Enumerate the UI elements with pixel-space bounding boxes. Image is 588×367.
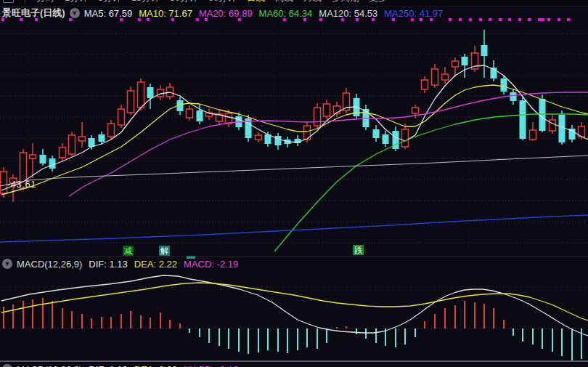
macd-header-2: ▼ MACD(12,26,9)DIF: 1.13DEA: 2.22MACD: -… bbox=[0, 363, 588, 367]
stock-chart-window: | 分时1分钟5分钟15分钟30分钟60分钟日线周线月线多周期更多▾ 景旺电子(… bbox=[0, 0, 588, 367]
event-badge-减: 减 bbox=[123, 246, 134, 256]
second-macd-panel: ▼ MACD(12,26,9)DIF: 1.13DEA: 2.22MACD: -… bbox=[0, 361, 588, 367]
macd-header-segment: DIF: 1.13 bbox=[89, 259, 127, 270]
macd-header-segment: MACD(12,26,9) bbox=[17, 259, 82, 270]
event-badge-跌: 跌 bbox=[353, 245, 364, 255]
macd-header-segment: MACD: -2.19 bbox=[184, 259, 238, 270]
macd-header-segment: DEA: 2.22 bbox=[134, 259, 177, 270]
chart-canvas[interactable] bbox=[0, 0, 588, 367]
chevron-down-icon[interactable]: ▼ bbox=[2, 259, 12, 269]
macd-values: MACD(12,26,9)DIF: 1.13DEA: 2.22MACD: -2.… bbox=[17, 259, 245, 270]
chevron-down-icon[interactable]: ▼ bbox=[2, 364, 12, 367]
price-axis-label: -43.61 bbox=[7, 179, 36, 190]
macd-values-2: MACD(12,26,9)DIF: 1.13DEA: 2.22MACD: -2.… bbox=[17, 364, 245, 367]
macd-header-segment: MACD: -2.19 bbox=[184, 364, 238, 367]
macd-header-segment: DEA: 2.22 bbox=[134, 364, 177, 367]
event-badge-解: 解 bbox=[159, 246, 170, 256]
macd-header: ▼ MACD(12,26,9)DIF: 1.13DEA: 2.22MACD: -… bbox=[0, 257, 588, 270]
macd-header-segment: MACD(12,26,9) bbox=[17, 364, 82, 367]
macd-header-segment: DIF: 1.13 bbox=[89, 364, 127, 367]
